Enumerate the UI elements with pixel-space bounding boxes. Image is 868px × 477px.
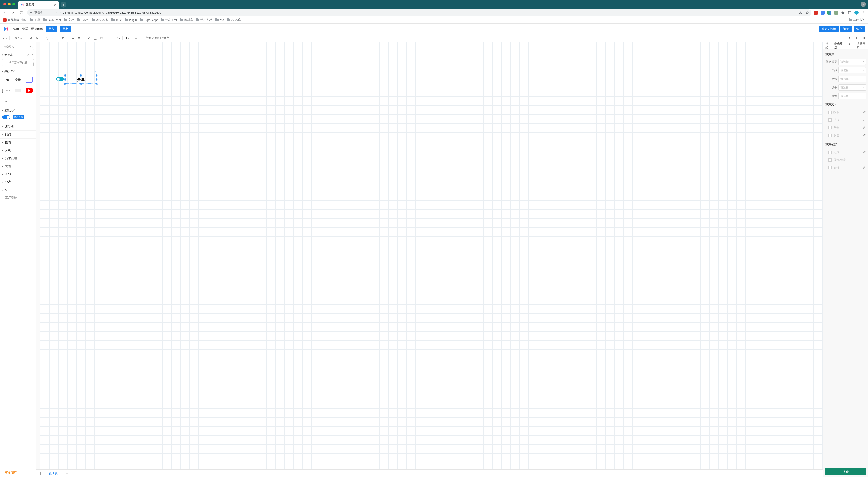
shape-video[interactable] [25,86,34,94]
resize-handle-sw[interactable] [64,83,66,85]
line-color-icon[interactable] [93,36,98,41]
checkbox-show-hide[interactable] [829,158,832,161]
shape-clock[interactable]: 15:16:58 [2,86,11,94]
bookmark-item[interactable]: linux [112,19,122,22]
bookmark-item[interactable]: 开发文档 [161,18,177,22]
extensions-puzzle-icon[interactable] [841,11,845,15]
category-item[interactable]: 发动机 [0,122,36,130]
shape-switch[interactable] [2,115,10,119]
window-minimize-dot[interactable] [8,3,11,5]
import-button[interactable]: 导入 [46,26,57,32]
fill-color-icon[interactable] [86,36,91,41]
checkbox-rotate[interactable] [829,166,832,169]
bookmark-item[interactable]: 素材库 [180,18,193,22]
category-item[interactable]: 管道 [0,162,36,170]
window-close-dot[interactable] [3,3,6,5]
category-item[interactable]: 仪表 [0,178,36,186]
category-item[interactable]: 阀门 [0,130,36,138]
bookmark-item[interactable]: Plugin [125,19,137,22]
edit-icon[interactable] [863,133,866,138]
close-tab-icon[interactable]: ✕ [54,3,57,6]
scratchpad-section-header[interactable]: ▾ 便笺本 ✕ [0,52,36,58]
profile-avatar-icon[interactable] [855,11,859,15]
ext-icon-4[interactable] [834,11,838,15]
bookmark-item[interactable]: TypeScript [140,19,158,22]
tab-style[interactable]: 样式 [823,42,832,49]
browser-tab-active[interactable]: 元旦节 ✕ [18,1,59,8]
connection-style-icon[interactable]: ▾ [109,36,114,41]
zoom-select[interactable]: 100%▾ [12,35,24,41]
resize-handle-ne[interactable] [96,74,98,77]
right-panel-save-button[interactable]: 保存 [825,468,866,475]
resize-handle-w[interactable] [64,79,66,81]
more-shapes-link[interactable]: 更多图形… [0,468,36,477]
export-button[interactable]: 导出 [60,26,71,32]
rotate-handle-icon[interactable] [94,70,98,74]
bookmark-star-icon[interactable] [805,11,809,15]
resize-handle-n[interactable] [80,74,82,77]
tab-text[interactable]: 文本 [846,42,855,49]
collapse-right-icon[interactable] [861,36,866,41]
select-org[interactable]: 请选择 [838,76,866,82]
menu-edit[interactable]: 编辑 [13,27,19,31]
edit-icon[interactable] [863,111,866,114]
scratchpad-dropzone[interactable]: 把元素拖至此处 [2,59,34,66]
bookmark-item[interactable]: UI框架/库 [92,18,108,22]
shape-l-frame[interactable] [25,76,34,84]
select-product[interactable]: 请选择 [838,67,866,73]
collapse-left-icon[interactable] [855,36,860,41]
edit-icon[interactable] [863,158,866,162]
checkbox-blink[interactable] [829,151,832,154]
shape-placeholder-box[interactable] [13,86,23,94]
bookmark-other[interactable]: 其他书签 [849,18,865,22]
window-zoom-dot[interactable] [12,3,15,5]
page-tabs-menu-icon[interactable]: ⋮ [38,472,43,475]
add-page-button[interactable]: + [64,471,70,475]
category-item[interactable]: 污水处理 [0,154,36,162]
preview-button[interactable]: 预览 [840,26,852,32]
tab-arrange[interactable]: 调整图形 [855,42,868,49]
scratchpad-edit-icon[interactable] [27,53,30,57]
category-item[interactable]: 工厂设施 [0,194,36,202]
undo-icon[interactable] [44,36,50,41]
bookmark-item[interactable]: 文档 [64,18,74,22]
table-icon[interactable]: ▾ [134,36,140,41]
search-icon[interactable] [30,45,33,49]
basic-section-header[interactable]: ▾ 基础元件 [0,68,36,75]
page-layout-icon[interactable]: ▾ [2,36,7,41]
nav-forward-icon[interactable] [10,9,16,16]
drawing-canvas[interactable]: 变量 [40,42,823,469]
bookmark-item[interactable]: css [215,19,224,22]
bookmark-item[interactable]: JAVA [77,19,88,22]
shape-image[interactable] [2,97,11,105]
ext-icon-1[interactable] [814,11,818,15]
selected-shape[interactable]: 变量 [65,76,97,84]
app-logo[interactable] [3,26,9,32]
canvas-switch-shape[interactable] [56,77,64,81]
shape-variable[interactable]: 变量 [13,76,23,84]
category-item[interactable]: 按钮 [0,170,36,178]
ext-icon-2[interactable] [820,11,825,15]
resize-handle-e[interactable] [96,79,98,81]
nav-back-icon[interactable] [1,9,8,16]
checkbox-click[interactable] [829,126,832,129]
zoom-in-icon[interactable] [29,36,33,41]
shape-param-button[interactable]: 参数设置 [13,115,24,119]
control-section-header[interactable]: ▾ 控制元件 [0,107,36,114]
select-device[interactable]: 请选择 [838,84,866,91]
shadow-icon[interactable] [99,36,104,41]
scratchpad-close-icon[interactable]: ✕ [31,53,34,57]
search-shapes-input[interactable] [2,44,34,50]
lock-button[interactable]: 锁定 / 解锁 [819,26,839,32]
ext-icon-3[interactable] [827,11,831,15]
share-icon[interactable] [798,11,802,15]
edit-icon[interactable] [863,126,866,130]
browser-kebab-icon[interactable] [861,11,865,15]
tab-data-binding[interactable]: 数据绑定 [832,42,846,49]
category-item[interactable]: 图表 [0,138,36,146]
select-attribute[interactable]: 请选择 [838,93,866,99]
menu-view[interactable]: 查看 [22,27,28,31]
to-back-icon[interactable] [76,36,82,41]
menu-arrange[interactable]: 调整图形 [31,27,43,31]
shape-title[interactable]: Title [2,76,11,84]
